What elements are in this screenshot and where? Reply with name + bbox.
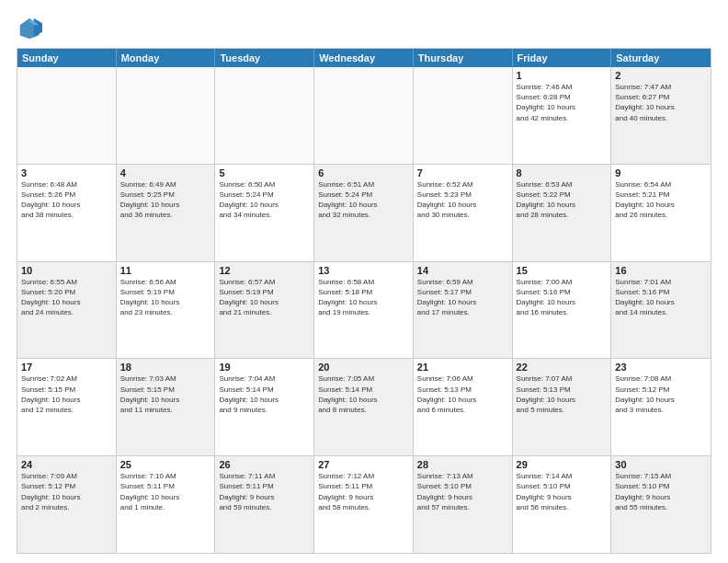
header [17, 15, 711, 40]
day-number: 27 [318, 459, 409, 470]
day-info: Sunrise: 7:05 AM Sunset: 5:14 PM Dayligh… [318, 373, 409, 415]
day-info: Sunrise: 7:08 AM Sunset: 5:12 PM Dayligh… [615, 373, 707, 415]
day-info: Sunrise: 7:12 AM Sunset: 5:11 PM Dayligh… [318, 471, 409, 512]
day-number: 12 [219, 265, 310, 276]
calendar-cell-28: 28Sunrise: 7:13 AM Sunset: 5:10 PM Dayli… [414, 456, 513, 553]
calendar-cell-empty-2 [215, 67, 314, 164]
day-number: 14 [417, 265, 508, 276]
calendar-row-1: 1Sunrise: 7:46 AM Sunset: 6:28 PM Daylig… [17, 67, 711, 164]
day-number: 1 [517, 70, 608, 81]
weekday-header-tuesday: Tuesday [215, 49, 314, 67]
calendar-cell-29: 29Sunrise: 7:14 AM Sunset: 5:10 PM Dayli… [513, 456, 612, 553]
calendar-cell-21: 21Sunrise: 7:06 AM Sunset: 5:13 PM Dayli… [414, 359, 513, 455]
calendar-cell-empty-1 [117, 67, 216, 164]
day-number: 8 [517, 167, 608, 178]
day-info: Sunrise: 6:53 AM Sunset: 5:22 PM Dayligh… [517, 179, 608, 221]
calendar-cell-11: 11Sunrise: 6:56 AM Sunset: 5:19 PM Dayli… [117, 262, 216, 359]
day-number: 2 [615, 70, 707, 81]
day-info: Sunrise: 6:52 AM Sunset: 5:23 PM Dayligh… [417, 179, 508, 221]
calendar-cell-14: 14Sunrise: 6:59 AM Sunset: 5:17 PM Dayli… [414, 262, 513, 359]
calendar-cell-8: 8Sunrise: 6:53 AM Sunset: 5:22 PM Daylig… [513, 165, 612, 261]
logo-icon [17, 15, 42, 40]
calendar-cell-20: 20Sunrise: 7:05 AM Sunset: 5:14 PM Dayli… [314, 359, 414, 455]
calendar-cell-7: 7Sunrise: 6:52 AM Sunset: 5:23 PM Daylig… [414, 165, 513, 261]
day-number: 10 [21, 265, 112, 276]
day-info: Sunrise: 7:13 AM Sunset: 5:10 PM Dayligh… [417, 471, 508, 512]
weekday-header-sunday: Sunday [17, 49, 117, 67]
svg-marker-1 [34, 18, 42, 38]
day-info: Sunrise: 6:48 AM Sunset: 5:26 PM Dayligh… [21, 179, 112, 221]
day-info: Sunrise: 7:06 AM Sunset: 5:13 PM Dayligh… [417, 373, 508, 415]
day-number: 21 [417, 362, 508, 373]
calendar-cell-17: 17Sunrise: 7:02 AM Sunset: 5:15 PM Dayli… [17, 359, 117, 455]
day-number: 23 [615, 362, 707, 373]
day-number: 3 [21, 167, 112, 178]
day-number: 26 [219, 459, 310, 470]
day-info: Sunrise: 6:58 AM Sunset: 5:18 PM Dayligh… [318, 277, 409, 318]
day-info: Sunrise: 7:03 AM Sunset: 5:15 PM Dayligh… [120, 373, 211, 415]
day-info: Sunrise: 7:00 AM Sunset: 5:16 PM Dayligh… [517, 277, 608, 318]
calendar-cell-9: 9Sunrise: 6:54 AM Sunset: 5:21 PM Daylig… [611, 165, 711, 261]
calendar-cell-16: 16Sunrise: 7:01 AM Sunset: 5:16 PM Dayli… [611, 262, 711, 359]
day-number: 28 [417, 459, 508, 470]
day-info: Sunrise: 6:56 AM Sunset: 5:19 PM Dayligh… [120, 277, 211, 318]
day-info: Sunrise: 6:55 AM Sunset: 5:20 PM Dayligh… [21, 277, 112, 318]
calendar-cell-1: 1Sunrise: 7:46 AM Sunset: 6:28 PM Daylig… [513, 67, 612, 164]
calendar-body: 1Sunrise: 7:46 AM Sunset: 6:28 PM Daylig… [17, 67, 711, 553]
day-info: Sunrise: 7:09 AM Sunset: 5:12 PM Dayligh… [21, 471, 112, 512]
calendar-cell-4: 4Sunrise: 6:49 AM Sunset: 5:25 PM Daylig… [117, 165, 216, 261]
day-info: Sunrise: 6:57 AM Sunset: 5:19 PM Dayligh… [219, 277, 310, 318]
day-number: 13 [318, 265, 409, 276]
weekday-header-saturday: Saturday [611, 49, 711, 67]
day-number: 4 [120, 167, 211, 178]
day-number: 24 [21, 459, 112, 470]
calendar-cell-30: 30Sunrise: 7:15 AM Sunset: 5:10 PM Dayli… [611, 456, 711, 553]
weekday-header-friday: Friday [513, 49, 612, 67]
day-info: Sunrise: 7:15 AM Sunset: 5:10 PM Dayligh… [615, 471, 707, 512]
calendar-cell-3: 3Sunrise: 6:48 AM Sunset: 5:26 PM Daylig… [17, 165, 117, 261]
day-number: 25 [120, 459, 211, 470]
calendar-cell-19: 19Sunrise: 7:04 AM Sunset: 5:14 PM Dayli… [215, 359, 314, 455]
day-info: Sunrise: 7:11 AM Sunset: 5:11 PM Dayligh… [219, 471, 310, 512]
day-number: 29 [517, 459, 608, 470]
day-info: Sunrise: 7:47 AM Sunset: 6:27 PM Dayligh… [615, 82, 707, 123]
day-info: Sunrise: 7:46 AM Sunset: 6:28 PM Dayligh… [517, 82, 608, 123]
calendar-cell-15: 15Sunrise: 7:00 AM Sunset: 5:16 PM Dayli… [513, 262, 612, 359]
calendar-cell-24: 24Sunrise: 7:09 AM Sunset: 5:12 PM Dayli… [17, 456, 117, 553]
calendar-cell-25: 25Sunrise: 7:10 AM Sunset: 5:11 PM Dayli… [117, 456, 216, 553]
calendar-cell-empty-3 [314, 67, 414, 164]
calendar-row-2: 3Sunrise: 6:48 AM Sunset: 5:26 PM Daylig… [17, 164, 711, 261]
day-info: Sunrise: 6:49 AM Sunset: 5:25 PM Dayligh… [120, 179, 211, 221]
weekday-header-thursday: Thursday [414, 49, 513, 67]
day-info: Sunrise: 7:14 AM Sunset: 5:10 PM Dayligh… [517, 471, 608, 512]
calendar-cell-26: 26Sunrise: 7:11 AM Sunset: 5:11 PM Dayli… [215, 456, 314, 553]
day-number: 19 [219, 362, 310, 373]
day-number: 11 [120, 265, 211, 276]
calendar-cell-empty-4 [414, 67, 513, 164]
calendar-row-3: 10Sunrise: 6:55 AM Sunset: 5:20 PM Dayli… [17, 261, 711, 359]
weekday-header-monday: Monday [117, 49, 216, 67]
day-number: 17 [21, 362, 112, 373]
calendar-cell-18: 18Sunrise: 7:03 AM Sunset: 5:15 PM Dayli… [117, 359, 216, 455]
day-number: 20 [318, 362, 409, 373]
day-number: 7 [417, 167, 508, 178]
calendar-cell-empty-0 [17, 67, 117, 164]
calendar-cell-22: 22Sunrise: 7:07 AM Sunset: 5:13 PM Dayli… [513, 359, 612, 455]
day-info: Sunrise: 7:01 AM Sunset: 5:16 PM Dayligh… [615, 277, 707, 318]
day-info: Sunrise: 7:04 AM Sunset: 5:14 PM Dayligh… [219, 373, 310, 415]
day-info: Sunrise: 7:10 AM Sunset: 5:11 PM Dayligh… [120, 471, 211, 512]
day-number: 18 [120, 362, 211, 373]
calendar-cell-12: 12Sunrise: 6:57 AM Sunset: 5:19 PM Dayli… [215, 262, 314, 359]
day-number: 15 [517, 265, 608, 276]
day-number: 6 [318, 167, 409, 178]
calendar-cell-10: 10Sunrise: 6:55 AM Sunset: 5:20 PM Dayli… [17, 262, 117, 359]
day-info: Sunrise: 6:54 AM Sunset: 5:21 PM Dayligh… [615, 179, 707, 221]
day-info: Sunrise: 7:07 AM Sunset: 5:13 PM Dayligh… [517, 373, 608, 415]
day-number: 5 [219, 167, 310, 178]
day-info: Sunrise: 7:02 AM Sunset: 5:15 PM Dayligh… [21, 373, 112, 415]
calendar: SundayMondayTuesdayWednesdayThursdayFrid… [17, 48, 711, 554]
day-info: Sunrise: 6:51 AM Sunset: 5:24 PM Dayligh… [318, 179, 409, 221]
logo [17, 15, 46, 40]
calendar-cell-27: 27Sunrise: 7:12 AM Sunset: 5:11 PM Dayli… [314, 456, 414, 553]
day-number: 30 [615, 459, 707, 470]
